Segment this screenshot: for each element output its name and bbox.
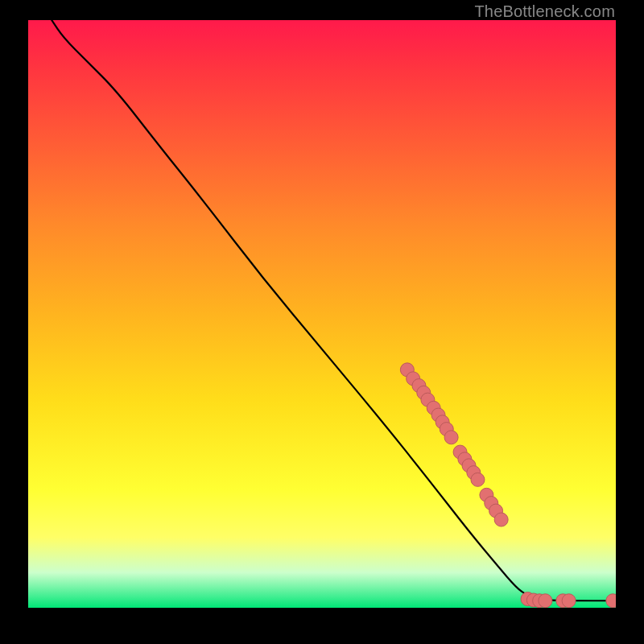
data-point xyxy=(462,459,476,473)
data-point xyxy=(489,504,503,518)
data-point xyxy=(407,372,420,386)
plot-area xyxy=(28,20,616,608)
data-point xyxy=(606,594,616,608)
data-point xyxy=(521,592,535,606)
chart-svg xyxy=(28,20,616,608)
data-point xyxy=(485,497,498,510)
data-point xyxy=(453,445,467,459)
data-point xyxy=(494,513,508,526)
data-point xyxy=(427,401,440,415)
scatter-points xyxy=(400,363,616,608)
data-point xyxy=(556,594,570,608)
data-point xyxy=(431,408,445,422)
data-point xyxy=(436,415,449,429)
chart-frame: TheBottleneck.com xyxy=(0,0,644,644)
data-point xyxy=(539,594,552,608)
data-point xyxy=(444,431,458,444)
data-point xyxy=(458,452,472,466)
data-point xyxy=(471,473,485,486)
attribution-label: TheBottleneck.com xyxy=(474,2,615,21)
data-point xyxy=(480,488,493,502)
trend-line xyxy=(52,20,616,601)
data-point xyxy=(562,594,576,608)
data-point xyxy=(412,379,426,393)
data-point xyxy=(526,593,540,607)
data-point xyxy=(417,386,431,399)
data-point xyxy=(400,363,414,377)
data-point xyxy=(467,466,481,480)
data-point xyxy=(533,594,547,608)
data-point xyxy=(421,393,435,407)
data-point xyxy=(440,423,453,436)
